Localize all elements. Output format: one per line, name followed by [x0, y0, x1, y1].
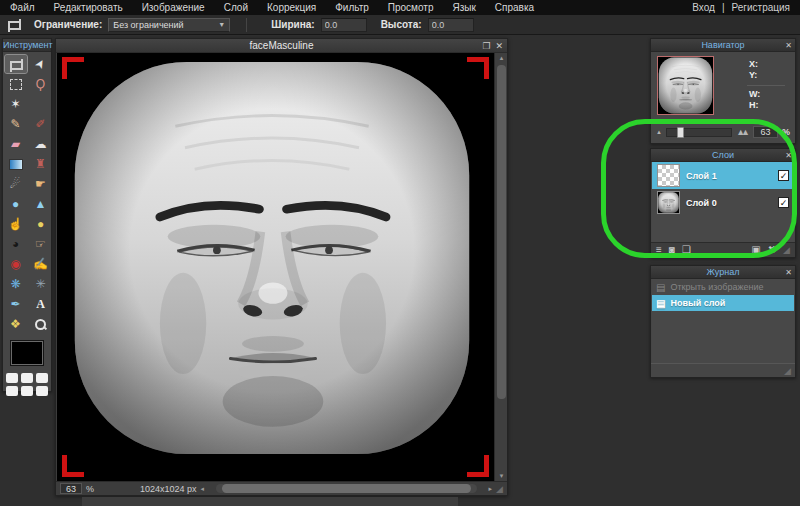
menu-item-2[interactable]: Изображение	[142, 2, 205, 13]
tool-wand-button[interactable]: ✶	[5, 95, 27, 113]
history-step-0[interactable]: ▤Открыть изображение	[652, 279, 794, 295]
toggle-button[interactable]	[21, 386, 33, 396]
tool-sharpen-button[interactable]: ▲	[30, 195, 52, 213]
layer-row-1[interactable]: Слой 0✓	[652, 189, 794, 216]
register-link[interactable]: Регистрация	[732, 2, 790, 13]
tool-eyedropper-button[interactable]: ✒	[5, 295, 27, 313]
vertical-scrollbar[interactable]: ▴ ▾	[494, 53, 507, 481]
horizontal-scroll-thumb[interactable]	[222, 484, 470, 493]
toggle-button[interactable]	[6, 373, 18, 383]
toggle-button[interactable]	[6, 386, 18, 396]
tool-burn-button[interactable]: ◕	[5, 235, 27, 253]
scroll-up-icon[interactable]: ▴	[495, 54, 508, 62]
foreground-color-swatch[interactable]	[10, 340, 44, 366]
tool-smudge-button[interactable]: ☛	[30, 175, 52, 193]
tool-clone-stamp-button[interactable]: ☁	[30, 135, 52, 153]
menu-item-0[interactable]: Файл	[10, 2, 35, 13]
crop-corner-bottom-right[interactable]	[467, 455, 489, 477]
navigator-thumbnail[interactable]	[657, 56, 714, 115]
crop-corner-bottom-left[interactable]	[62, 455, 84, 477]
close-icon[interactable]: ✕	[785, 266, 792, 279]
zoom-value-box[interactable]: 63	[60, 483, 82, 494]
tool-bloat-button[interactable]: ❋	[5, 275, 27, 293]
menu-item-3[interactable]: Слой	[224, 2, 248, 13]
tool-pinch-button[interactable]: ✳	[30, 275, 52, 293]
tool-move-button[interactable]: ➤	[30, 55, 52, 73]
document-window: faceMasculine ❐ ✕ ▴ ▾ 63 % 1024x10	[55, 38, 508, 496]
tool-red-eye-button[interactable]: ◉	[5, 255, 27, 273]
new-layer-icon[interactable]: ❏	[682, 243, 691, 257]
toggle-button[interactable]	[36, 373, 48, 383]
tool-zoom-icon	[34, 318, 47, 331]
scroll-down-icon[interactable]: ▾	[495, 472, 508, 480]
divider	[246, 18, 247, 32]
toggle-button[interactable]	[21, 373, 33, 383]
navigator-title-text: Навигатор	[701, 40, 744, 50]
resize-grip-icon[interactable]: ◢	[496, 484, 503, 494]
constraint-dropdown[interactable]: Без ограничений ▼	[108, 18, 230, 32]
tool-crop-button[interactable]	[5, 55, 27, 73]
scroll-right-icon[interactable]: ▸	[489, 485, 493, 493]
tool-eraser-button[interactable]: ▰	[5, 135, 27, 153]
toggle-button[interactable]	[36, 386, 48, 396]
resize-grip-icon[interactable]: ◢	[783, 243, 790, 257]
canvas-area[interactable]	[57, 53, 494, 481]
layer-visibility-checkbox[interactable]: ✓	[778, 170, 789, 181]
tool-zoom-button[interactable]	[30, 315, 52, 333]
close-window-icon[interactable]: ✕	[495, 39, 503, 53]
layer-settings-icon[interactable]: ≡	[656, 243, 662, 257]
layer-mask-icon[interactable]: ◙	[669, 243, 675, 257]
width-input[interactable]	[321, 18, 367, 32]
delete-layer-icon[interactable]: ✖	[768, 243, 776, 257]
layer-thumbnail-transparent	[657, 164, 680, 187]
layer-visibility-checkbox[interactable]: ✓	[778, 197, 789, 208]
height-input[interactable]	[428, 18, 474, 32]
vertical-scroll-thumb[interactable]	[497, 65, 506, 399]
tool-gradient-button[interactable]	[5, 155, 27, 173]
menu-item-5[interactable]: Фильтр	[335, 2, 369, 13]
resize-grip-icon[interactable]: ◢	[784, 366, 791, 376]
tool-sponge-button[interactable]: ●	[30, 215, 52, 233]
zoom-slider[interactable]	[666, 128, 732, 137]
history-list: ▤Открыть изображение▤Новый слой	[652, 279, 794, 363]
close-icon[interactable]: ✕	[785, 39, 792, 52]
tool-spray-button[interactable]: ☄	[5, 175, 27, 193]
tool-marquee-button[interactable]	[5, 75, 27, 93]
tool-eyedropper-icon: ✒	[10, 298, 20, 310]
crop-corner-top-right[interactable]	[467, 57, 489, 79]
tool-brush-button[interactable]: ✐	[30, 115, 52, 133]
tool-dodge-button[interactable]: ☞	[30, 235, 52, 253]
history-step-1[interactable]: ▤Новый слой	[652, 295, 794, 311]
tool-lasso-button[interactable]: Ϙ	[30, 75, 52, 93]
merge-layer-icon[interactable]: ▣	[751, 243, 760, 257]
menu-item-7[interactable]: Язык	[452, 2, 475, 13]
menu-item-6[interactable]: Просмотр	[388, 2, 434, 13]
restore-window-icon[interactable]: ❐	[482, 39, 490, 53]
scroll-left-icon[interactable]: ◂	[201, 485, 205, 493]
crop-corner-top-left[interactable]	[62, 57, 84, 79]
menu-item-8[interactable]: Справка	[495, 2, 534, 13]
tool-stamp-button[interactable]: ♜	[30, 155, 52, 173]
tool-hand-button[interactable]: ❖	[5, 315, 27, 333]
horizontal-scrollbar[interactable]	[216, 484, 476, 493]
tool-brush-hand-button[interactable]: ✍	[30, 255, 52, 273]
tool-blur-button[interactable]: ●	[5, 195, 27, 213]
document-titlebar[interactable]: faceMasculine ❐ ✕	[56, 39, 507, 53]
close-icon[interactable]: ✕	[785, 149, 792, 162]
tool-finger-button[interactable]: ☝	[5, 215, 27, 233]
zoom-in-icon[interactable]: ▲▲	[736, 127, 746, 137]
constraint-value: Без ограничений	[113, 20, 183, 30]
tool-type-button[interactable]: A	[30, 295, 52, 313]
navigator-zoom-value[interactable]: 63	[753, 126, 778, 138]
tool-pencil-button[interactable]: ✎	[5, 115, 27, 133]
zoom-out-icon[interactable]: ▲	[656, 129, 662, 135]
menu-item-4[interactable]: Коррекция	[267, 2, 316, 13]
y-label: Y:	[749, 70, 758, 81]
layer-row-0[interactable]: Слой 1✓	[652, 162, 794, 189]
login-link[interactable]: Вход	[692, 2, 715, 13]
height-label: Высота:	[381, 19, 422, 30]
tool-marquee-icon	[10, 79, 22, 90]
menu-item-1[interactable]: Редактировать	[54, 2, 123, 13]
width-label: Ширина:	[271, 19, 314, 30]
zoom-slider-handle[interactable]	[677, 127, 684, 138]
